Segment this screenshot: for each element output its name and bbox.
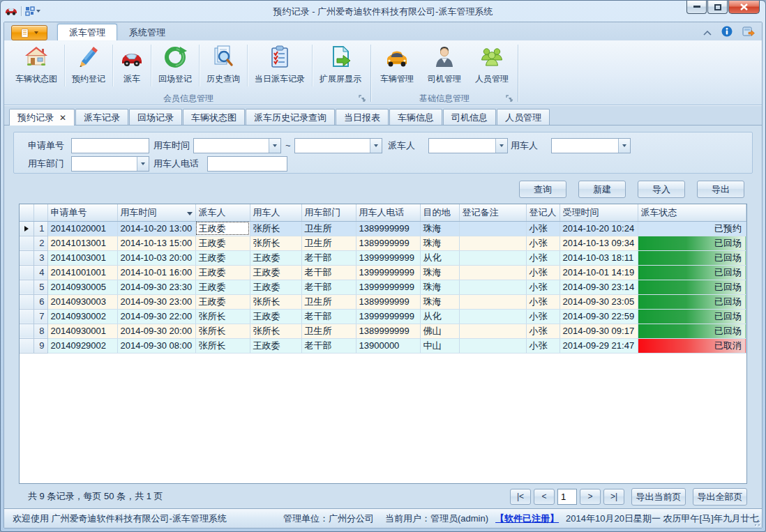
cell-phone[interactable]: 1389999999: [356, 324, 420, 338]
cell-note[interactable]: [459, 280, 526, 294]
cell-registrar[interactable]: 小张: [526, 294, 560, 309]
cell-dispatcher[interactable]: 张所长: [195, 324, 250, 338]
return-register-button[interactable]: 回场登记: [151, 42, 199, 89]
cell-req[interactable]: 20140930005: [47, 280, 117, 294]
cell-registrar[interactable]: 小张: [526, 324, 560, 338]
cell-accepted[interactable]: 2014-09-30 23:05: [560, 294, 638, 309]
row-indicator-cell[interactable]: [20, 309, 33, 324]
cell-accepted[interactable]: 2014-10-01 14:19: [560, 265, 638, 280]
last-page-button[interactable]: >|: [603, 489, 624, 505]
doc-tab-dispatch-history-query[interactable]: 派车历史记录查询: [246, 109, 335, 126]
cell-status[interactable]: 已取消: [638, 338, 746, 353]
use-time-from-combobox[interactable]: [193, 138, 281, 153]
cell-user[interactable]: 张所长: [250, 294, 301, 309]
row-indicator-cell[interactable]: [20, 294, 33, 309]
vehicle-manage-button[interactable]: 车辆管理: [373, 42, 421, 89]
car-user-combobox[interactable]: [551, 138, 631, 153]
cell-registrar[interactable]: 小张: [526, 236, 560, 250]
cell-registrar[interactable]: 小张: [526, 250, 560, 265]
maximize-button[interactable]: [707, 1, 728, 14]
combo-dropdown-button[interactable]: [137, 157, 149, 171]
cell-status[interactable]: 已回场: [638, 324, 746, 338]
query-button[interactable]: 查询: [519, 181, 566, 198]
column-header[interactable]: 登记备注: [459, 204, 526, 221]
cell-phone[interactable]: 13999999999: [356, 309, 420, 324]
cell-user[interactable]: 张所长: [250, 236, 301, 250]
dispatcher-combobox[interactable]: [428, 138, 508, 153]
cell-note[interactable]: [459, 221, 526, 236]
cell-accepted[interactable]: 2014-10-03 18:11: [560, 250, 638, 265]
row-number-cell[interactable]: 1: [33, 221, 47, 236]
cell-note[interactable]: [459, 338, 526, 353]
new-button[interactable]: 新建: [578, 181, 626, 198]
row-indicator-cell[interactable]: [20, 280, 33, 294]
export-current-page-button[interactable]: 导出当前页: [631, 488, 686, 506]
row-indicator-cell[interactable]: [20, 236, 33, 250]
cell-registrar[interactable]: 小张: [526, 309, 560, 324]
license-registered-link[interactable]: 【软件已注册】: [495, 512, 559, 525]
dialog-launcher-icon[interactable]: [359, 95, 366, 102]
cell-dept[interactable]: 老干部: [301, 309, 356, 324]
cell-dest[interactable]: 珠海: [420, 221, 459, 236]
about-help-icon[interactable]: [742, 26, 755, 39]
cell-dispatcher[interactable]: 王政委: [195, 250, 250, 265]
cell-status[interactable]: 已回场: [638, 265, 746, 280]
doc-tab-daily-report[interactable]: 当日报表: [336, 109, 389, 126]
table-row[interactable]: 8201409300012014-09-30 20:00张所长张所长卫生所138…: [20, 324, 746, 338]
row-number-cell[interactable]: 3: [33, 250, 47, 265]
cell-req[interactable]: 20140930001: [47, 324, 117, 338]
row-number-cell[interactable]: 7: [33, 309, 47, 324]
prev-page-button[interactable]: <: [534, 489, 555, 505]
cell-note[interactable]: [459, 309, 526, 324]
resize-grip[interactable]: [751, 517, 760, 526]
cell-dispatcher[interactable]: 张所长: [195, 309, 250, 324]
collapse-ribbon-chevron-icon[interactable]: [703, 27, 712, 38]
cell-accepted[interactable]: 2014-09-30 23:14: [560, 280, 638, 294]
driver-manage-button[interactable]: 司机管理: [421, 42, 468, 89]
column-header[interactable]: 目的地: [420, 204, 459, 221]
dispatch-button[interactable]: 派车: [113, 42, 151, 89]
doc-tab-vehicle-status-map[interactable]: 车辆状态图: [183, 109, 245, 126]
cell-time[interactable]: 2014-09-30 23:00: [117, 294, 195, 309]
cell-time[interactable]: 2014-09-30 23:30: [117, 280, 195, 294]
cell-dest[interactable]: 中山: [420, 338, 459, 353]
cell-status[interactable]: 已回场: [638, 280, 746, 294]
request-no-input[interactable]: [71, 138, 149, 153]
page-number-input[interactable]: [557, 489, 577, 505]
cell-dispatcher[interactable]: 王政委: [195, 280, 250, 294]
row-indicator-cell[interactable]: [20, 250, 33, 265]
combo-dropdown-button[interactable]: [370, 139, 382, 153]
cell-dept[interactable]: 卫生所: [301, 324, 356, 338]
cell-phone[interactable]: 13900000: [356, 338, 420, 353]
cell-accepted[interactable]: 2014-09-30 09:17: [560, 324, 638, 338]
cell-accepted[interactable]: 2014-10-20 10:24: [560, 221, 638, 236]
doc-tab-driver-info[interactable]: 司机信息: [443, 109, 496, 126]
cell-req[interactable]: 20140929002: [47, 338, 117, 353]
first-page-button[interactable]: |<: [510, 489, 531, 505]
combo-dropdown-button[interactable]: [618, 139, 630, 153]
row-indicator-cell[interactable]: [20, 221, 33, 236]
cell-dept[interactable]: 老干部: [301, 250, 356, 265]
ribbon-tab-dispatch-management[interactable]: 派车管理: [57, 24, 117, 40]
export-button[interactable]: 导出: [697, 181, 744, 198]
doc-tab-vehicle-info[interactable]: 车辆信息: [389, 109, 442, 126]
row-number-header[interactable]: [33, 204, 47, 221]
cell-note[interactable]: [459, 236, 526, 250]
cell-time[interactable]: 2014-10-03 20:00: [117, 250, 195, 265]
column-header[interactable]: 用车人: [250, 204, 301, 221]
cell-dest[interactable]: 珠海: [420, 265, 459, 280]
combo-dropdown-button[interactable]: [269, 139, 280, 153]
column-header[interactable]: 受理时间: [560, 204, 638, 221]
row-indicator-cell[interactable]: [20, 324, 33, 338]
doc-tab-dispatch-records[interactable]: 派车记录: [75, 109, 128, 126]
combo-dropdown-button[interactable]: [495, 139, 507, 153]
cell-dest[interactable]: 珠海: [420, 236, 459, 250]
doc-tab-reservation-records[interactable]: 预约记录✕: [9, 109, 75, 126]
export-all-pages-button[interactable]: 导出全部页: [693, 488, 747, 506]
cell-status[interactable]: 已回场: [638, 309, 746, 324]
import-button[interactable]: 导入: [638, 181, 685, 198]
history-query-button[interactable]: 历史查询: [200, 42, 247, 89]
cell-user[interactable]: 张所长: [250, 221, 301, 236]
cell-status[interactable]: 已回场: [638, 294, 746, 309]
cell-dept[interactable]: 老干部: [301, 265, 356, 280]
